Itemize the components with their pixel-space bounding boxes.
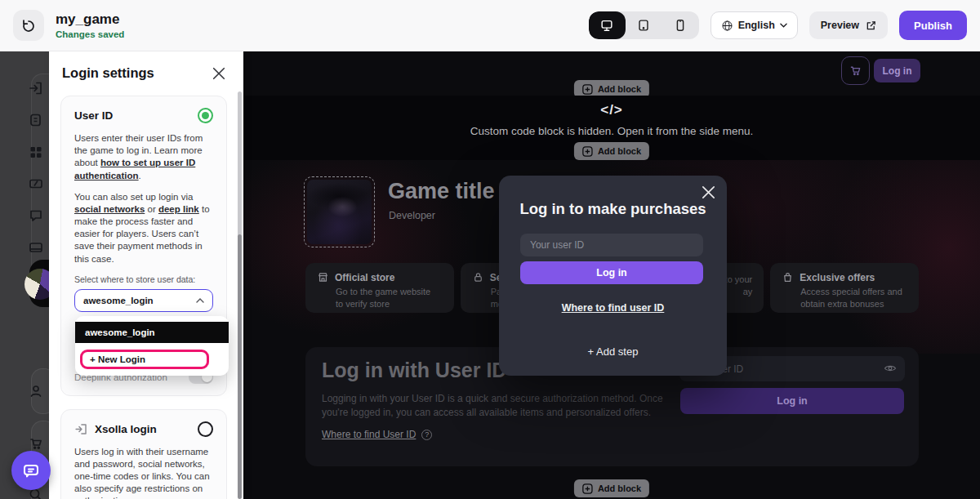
device-switcher <box>589 11 699 39</box>
feature-card-title: Exclusive offers <box>800 272 875 283</box>
modal-user-id-input[interactable] <box>520 234 703 256</box>
question-icon[interactable]: ? <box>421 430 432 440</box>
login-block-icon[interactable] <box>28 80 44 96</box>
feature-card-desc: Access special offers and obtain extra b… <box>800 286 907 311</box>
xsolla-card-title: Xsolla login <box>95 423 157 435</box>
bag-icon <box>782 271 794 283</box>
preview-cart-button[interactable] <box>841 56 870 85</box>
close-icon[interactable] <box>212 66 227 81</box>
modal-title: Log in to make purchases <box>499 200 727 218</box>
game-cover-image[interactable] <box>304 176 375 247</box>
add-block-label: Add block <box>598 483 641 493</box>
chat-icon <box>21 461 41 480</box>
language-selector[interactable]: English <box>710 11 798 39</box>
feature-card-exclusive-offers: Exclusive offers Access special offers a… <box>770 263 919 313</box>
section-login-button[interactable]: Log in <box>680 388 904 414</box>
mobile-icon <box>673 18 688 33</box>
where-to-find-user-id-link[interactable]: Where to find User ID <box>322 429 416 440</box>
external-link-icon <box>866 20 876 31</box>
modal-add-step-button[interactable]: + Add step <box>499 345 727 358</box>
social-networks-link[interactable]: social networks <box>74 204 145 214</box>
panel-title: Login settings <box>62 65 154 81</box>
login-project-dropdown: awesome_login + New Login <box>75 316 229 376</box>
login-purchases-modal: Log in to make purchases Log in Where to… <box>499 176 727 376</box>
chat-block-icon[interactable] <box>28 207 44 224</box>
save-status: Changes saved <box>56 29 124 39</box>
banner-block-icon[interactable] <box>28 239 44 256</box>
plus-square-icon <box>582 483 593 494</box>
modal-login-button[interactable]: Log in <box>520 261 703 284</box>
select-value: awesome_login <box>83 296 154 305</box>
store-icon <box>317 271 329 283</box>
promo-block-icon[interactable] <box>28 176 44 192</box>
game-developer: Developer <box>389 210 435 221</box>
custom-code-message: Custom code block is hidden. Open it fro… <box>243 125 980 137</box>
chevron-down-icon <box>780 23 787 28</box>
user-id-paragraph-1: Users enter their user IDs from the game… <box>74 132 213 182</box>
preview-login-button[interactable]: Log in <box>874 59 920 82</box>
feature-card-desc: Go to the game website to verify store <box>336 286 443 311</box>
add-block-button-mid[interactable]: Add block <box>574 142 649 160</box>
feature-card-title: Official store <box>335 272 394 283</box>
text: or <box>145 204 158 214</box>
dropdown-option-awesome-login[interactable]: awesome_login <box>75 322 229 343</box>
spacer <box>28 490 44 499</box>
game-logo-avatar <box>24 269 49 300</box>
game-cover-art <box>307 180 372 244</box>
lock-icon <box>472 271 484 283</box>
preview-label: Preview <box>821 20 859 31</box>
code-icon: </> <box>243 102 980 118</box>
modal-where-to-find-link[interactable]: Where to find user ID <box>499 302 727 314</box>
chevron-up-icon <box>196 298 204 303</box>
publish-button[interactable]: Publish <box>899 11 967 40</box>
top-header: my_game Changes saved <box>0 0 980 51</box>
site-preview: Log in Add block </> Custom code block i… <box>243 51 980 499</box>
user-id-method-card[interactable]: User ID Users enter their user IDs from … <box>60 96 227 396</box>
eye-icon[interactable] <box>884 363 897 374</box>
content-block-icon[interactable] <box>28 112 44 128</box>
preview-button[interactable]: Preview <box>809 11 888 39</box>
cart-icon <box>28 435 44 452</box>
support-chat-fab[interactable] <box>11 451 51 490</box>
plus-square-icon <box>582 84 593 95</box>
login-project-select[interactable]: awesome_login <box>74 289 213 312</box>
app-root: my_game Changes saved <box>0 0 980 499</box>
project-title: my_game <box>56 11 124 28</box>
device-tablet-button[interactable] <box>626 11 662 39</box>
dropdown-option-new-login[interactable]: + New Login <box>80 350 209 369</box>
device-desktop-button[interactable] <box>589 11 626 39</box>
tablet-icon <box>636 18 651 33</box>
feature-card-official-store: Official store Go to the game website to… <box>305 263 454 313</box>
user-id-radio-selected[interactable] <box>198 108 213 123</box>
undo-button[interactable] <box>13 10 44 41</box>
device-mobile-button[interactable] <box>662 11 699 39</box>
xsolla-radio-unselected[interactable] <box>198 421 213 437</box>
text: . <box>139 171 141 180</box>
language-label: English <box>738 20 775 31</box>
globe-icon <box>721 20 733 32</box>
store-data-label: Select where to store user data: <box>74 274 213 284</box>
xsolla-login-method-card[interactable]: Xsolla login Users log in with their use… <box>60 409 227 499</box>
undo-icon <box>21 18 36 33</box>
person-icon <box>28 383 44 399</box>
catalog-block-icon[interactable] <box>28 144 44 160</box>
add-block-label: Add block <box>598 84 641 94</box>
add-block-button-bottom[interactable]: Add block <box>574 479 649 497</box>
cart-icon <box>849 64 862 78</box>
close-icon[interactable] <box>702 185 715 199</box>
panel-scrollbar-thumb[interactable] <box>238 234 242 499</box>
desktop-icon <box>599 18 614 33</box>
section-description: Logging in with your User ID is a quick … <box>322 392 665 419</box>
login-settings-panel: Login settings User ID Users enter their… <box>49 51 243 499</box>
game-title: Game title <box>388 179 495 204</box>
text: You can also set up login via <box>74 192 193 202</box>
xsolla-login-icon <box>74 422 88 436</box>
plus-square-icon <box>582 146 593 157</box>
side-menu <box>0 51 49 499</box>
xsolla-description: Users log in with their username and pas… <box>74 446 213 499</box>
add-block-label: Add block <box>598 146 641 156</box>
user-id-paragraph-2: You can also set up login via social net… <box>74 191 213 265</box>
deep-link-link[interactable]: deep link <box>158 204 199 214</box>
user-id-card-title: User ID <box>74 109 113 122</box>
